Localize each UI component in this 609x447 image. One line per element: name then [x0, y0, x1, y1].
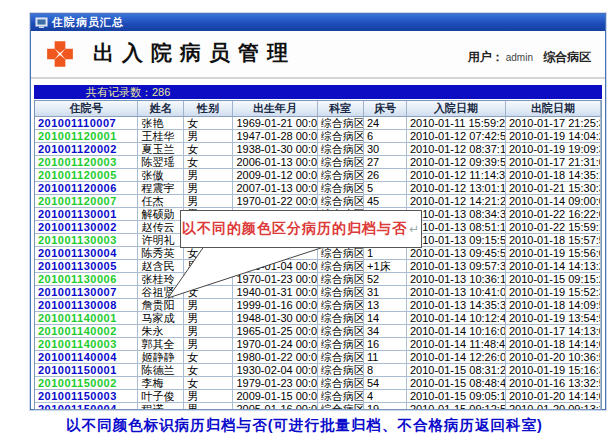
cell-bed: 11	[364, 351, 407, 364]
cell-name: 谷祖贤	[138, 286, 184, 299]
table-row[interactable]: 201001140001马家成男1948-01-30 00:0综合病区14201…	[35, 312, 601, 325]
page: 住院病员汇总 出入院病员管理 用户：admin综合病区 共有记录数：286	[0, 0, 609, 447]
table-row[interactable]: 201001150003叶子俊男2009-01-15 00:0综合病区42010…	[35, 390, 601, 403]
cell-birth: 1940-01-31 00:0	[233, 286, 317, 299]
table-row[interactable]: 201001120001王桂华男1947-01-28 00:0综合病区62010…	[35, 130, 601, 143]
patients-table-wrap[interactable]: 住院号姓名性别出生年月科室床号入院日期出院日期 201001110007张艳女1…	[34, 100, 602, 410]
cell-birth: 1930-02-04 00:0	[233, 364, 317, 377]
cell-in_date: 2010-01-12 14:21:26	[406, 195, 505, 208]
bottom-caption: 以不同颜色标识病历归档与否(可进行批量归档、不合格病历返回科室)	[0, 416, 609, 435]
table-row[interactable]: 201001140003郭其全男1970-01-24 00:0综合病区16201…	[35, 338, 601, 351]
user-name: admin	[506, 52, 533, 63]
cell-dept: 综合病区	[317, 130, 363, 143]
table-row[interactable]: 201001140002朱永男1965-01-25 00:0综合病区342010…	[35, 325, 601, 338]
cell-no: 201001140003	[35, 338, 138, 351]
cell-name: 程震宇	[138, 182, 184, 195]
cell-bed: 13	[364, 299, 407, 312]
cell-name: 陈秀英	[138, 247, 184, 260]
cell-bed: 8	[364, 364, 407, 377]
cell-gender: 男	[184, 403, 233, 411]
cell-gender: 女	[184, 273, 233, 286]
column-header[interactable]: 床号	[364, 101, 407, 117]
column-header[interactable]: 入院日期	[406, 101, 505, 117]
cell-out_date: 2010-01-14 14:13:28	[505, 260, 600, 273]
column-header[interactable]: 科室	[317, 101, 363, 117]
cell-name: 解硕勋	[138, 208, 184, 221]
cell-gender: 男	[184, 182, 233, 195]
cell-birth: 1979-01-23 00:0	[233, 377, 317, 390]
cell-bed: 16	[364, 338, 407, 351]
callout-text: 以不同的颜色区分病历的归档与否	[182, 220, 407, 238]
column-header[interactable]: 出院日期	[505, 101, 600, 117]
cell-in_date: 2010-01-12 13:01:18	[406, 182, 505, 195]
cell-birth: 1965-01-25 00:0	[233, 325, 317, 338]
cell-name: 王桂华	[138, 130, 184, 143]
table-row[interactable]: 201001120007任杰男1970-01-22 00:0综合病区452010…	[35, 195, 601, 208]
cell-name: 郭其全	[138, 338, 184, 351]
table-row[interactable]: 201001120003陈翌瑶女2006-01-13 00:0综合病区27201…	[35, 156, 601, 169]
table-row[interactable]: 201001120006程震宇男2007-01-13 00:0综合病区52010…	[35, 182, 601, 195]
cell-birth: 1970-01-24 00:0	[233, 338, 317, 351]
cell-out_date: 2010-01-19 15:16:35	[505, 364, 600, 377]
cell-in_date: 2010-01-14 10:16:01	[406, 325, 505, 338]
table-row[interactable]: 201001130008詹贵阳男1999-01-16 00:0综合病区13201…	[35, 299, 601, 312]
cell-gender: 女	[184, 143, 233, 156]
cell-out_date: 2010-01-22 15:59:12	[505, 221, 600, 234]
cell-name: 张艳	[138, 117, 184, 130]
cell-bed: +1床	[364, 260, 407, 273]
cell-birth: 1938-01-30 00:0	[233, 143, 317, 156]
patients-table: 住院号姓名性别出生年月科室床号入院日期出院日期 201001110007张艳女1…	[35, 101, 601, 410]
cell-no: 201001120002	[35, 143, 138, 156]
return-arrow-glyph: ↵	[409, 222, 420, 236]
cell-out_date: 2010-01-16 13:32:53	[505, 377, 600, 390]
cell-dept: 综合病区	[317, 156, 363, 169]
cell-no: 201001120006	[35, 182, 138, 195]
table-row[interactable]: 201001150004程诺男2005-01-16 00:0综合病区192010…	[35, 403, 601, 411]
cell-dept: 综合病区	[317, 143, 363, 156]
cell-no: 201001120005	[35, 169, 138, 182]
cell-out_date: 2010-01-17 21:31:08	[505, 156, 600, 169]
cell-no: 201001140001	[35, 312, 138, 325]
cell-dept: 综合病区	[317, 403, 363, 411]
cell-out_date: 2010-01-19 14:04:28	[505, 130, 600, 143]
table-row[interactable]: 201001140004姬静静女1980-01-22 00:0综合病区11201…	[35, 351, 601, 364]
cell-no: 201001150001	[35, 364, 138, 377]
table-row[interactable]: 201001120002夏玉兰女1938-01-30 00:0综合病区30201…	[35, 143, 601, 156]
cell-gender: 女	[184, 247, 233, 260]
cell-no: 201001130001	[35, 208, 138, 221]
table-row[interactable]: 201001110007张艳女1969-01-21 00:0综合病区242010…	[35, 117, 601, 130]
cell-name: 朱永	[138, 325, 184, 338]
cell-in_date: 2010-01-15 09:05:18	[406, 390, 505, 403]
cell-out_date: 2010-01-19 13:54:55	[505, 312, 600, 325]
column-header[interactable]: 住院号	[35, 101, 138, 117]
cell-dept: 综合病区	[317, 286, 363, 299]
cell-no: 201001110007	[35, 117, 138, 130]
column-header[interactable]: 出生年月	[233, 101, 317, 117]
cell-out_date: 2010-01-18 14:35:18	[505, 169, 600, 182]
cell-bed: 45	[364, 195, 407, 208]
cell-name: 夏玉兰	[138, 143, 184, 156]
table-row[interactable]: 201001130004陈秀英女综合病区12010-01-13 09:45:58…	[35, 247, 601, 260]
cell-dept: 综合病区	[317, 182, 363, 195]
cell-birth: 1969-01-21 00:0	[233, 117, 317, 130]
column-header[interactable]: 姓名	[138, 101, 184, 117]
table-row[interactable]: 201001120005张傲男2009-01-12 00:0综合病区262010…	[35, 169, 601, 182]
table-row[interactable]: 201001150001陈德兰女1930-02-04 00:0综合病区82010…	[35, 364, 601, 377]
cell-dept: 综合病区	[317, 299, 363, 312]
cell-out_date: 2010-01-20 10:36:58	[505, 351, 600, 364]
window-titlebar[interactable]: 住院病员汇总	[31, 14, 605, 31]
cell-out_date: 2010-01-22 16:22:06	[505, 208, 600, 221]
annotation-callout: 以不同的颜色区分病历的归档与否↵	[180, 210, 422, 248]
cell-bed: 34	[364, 325, 407, 338]
user-ward: 综合病区	[543, 50, 591, 64]
table-row[interactable]: 201001130005赵含民男1950-01-04 00:0综合病区+1床20…	[35, 260, 601, 273]
app-header: 出入院病员管理 用户：admin综合病区	[31, 31, 605, 79]
table-row[interactable]: 201001150002李梅女1979-01-23 00:0综合病区542010…	[35, 377, 601, 390]
cell-gender: 女	[184, 364, 233, 377]
table-row[interactable]: 201001130006张桂玲女1970-01-23 00:0综合病区52201…	[35, 273, 601, 286]
user-info: 用户：admin综合病区	[468, 49, 591, 66]
user-label: 用户：	[468, 50, 504, 64]
table-row[interactable]: 201001130007谷祖贤女1940-01-31 00:0综合病区31201…	[35, 286, 601, 299]
cell-in_date: 2010-01-13 09:57:38	[406, 260, 505, 273]
column-header[interactable]: 性别	[184, 101, 233, 117]
